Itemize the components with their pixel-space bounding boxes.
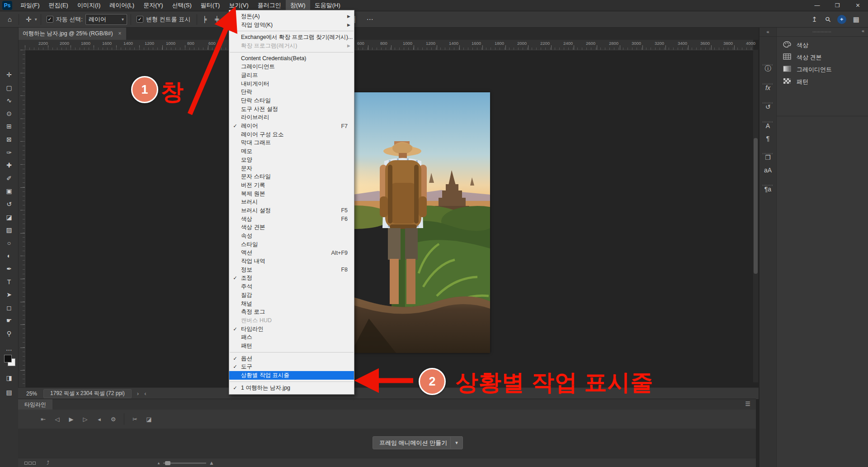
menu-item-패스[interactable]: 패스 <box>229 333 354 342</box>
menubar-item-레이어(L)[interactable]: 레이어(L) <box>105 0 139 11</box>
menu-item-Exchange에서 확장 프로그램 찾기(레거시)...[interactable]: Exchange에서 확장 프로그램 찾기(레거시)... <box>229 33 354 42</box>
strip-collapse-icon[interactable]: « <box>760 27 776 37</box>
more-tools-icon[interactable]: ⋯ <box>0 344 18 356</box>
next-frame-icon[interactable]: ▷ <box>78 416 92 423</box>
vertical-scrollbar-thumb[interactable] <box>754 138 758 274</box>
home-icon[interactable]: ⌂ <box>5 15 15 23</box>
crop-tool[interactable]: ⊞ <box>0 120 18 132</box>
menubar-item-파일(F)[interactable]: 파일(F) <box>16 0 44 11</box>
paragraph-panel-icon[interactable]: ¶ <box>760 133 776 144</box>
menu-item-내비게이터[interactable]: 내비게이터 <box>229 80 354 88</box>
timeline-zoom-in-icon[interactable]: ▲ <box>209 460 214 466</box>
hand-tool[interactable]: ☛ <box>0 315 18 326</box>
character-styles-panel-icon[interactable]: aA <box>760 165 776 176</box>
document-tab[interactable]: 여행하는 남자.jpg @ 25% (RGB/8#) × <box>18 27 126 40</box>
menu-item-색상[interactable]: 색상F6 <box>229 215 354 224</box>
menu-item-정보[interactable]: 정보F8 <box>229 266 354 274</box>
zoom-tool[interactable]: ⚲ <box>0 328 18 339</box>
close-button[interactable]: ✕ <box>848 0 868 11</box>
panel-collapse-icon[interactable]: « <box>862 28 864 33</box>
search-icon[interactable]: ⚲ <box>821 12 835 27</box>
menu-item-모양[interactable]: 모양 <box>229 156 354 164</box>
marquee-tool[interactable]: ▢ <box>0 82 18 94</box>
healing-brush-tool[interactable]: ✚ <box>0 159 18 171</box>
menu-item-질감[interactable]: 질감 <box>229 291 354 300</box>
menu-item-막대 그래프[interactable]: 막대 그래프 <box>229 139 354 148</box>
foreground-color-swatch[interactable] <box>4 355 12 362</box>
timeline-zoom-out-icon[interactable]: ▲ <box>157 461 160 465</box>
menu-item-문자 스타일[interactable]: 문자 스타일 <box>229 172 354 181</box>
menu-item-작업 영역(K)[interactable]: 작업 영역(K)▶ <box>229 21 354 29</box>
menu-item-단락 스타일[interactable]: 단락 스타일 <box>229 96 354 105</box>
menubar-item-도움말(H)[interactable]: 도움말(H) <box>310 0 345 11</box>
gradients-panel[interactable]: 그레이디언트 <box>777 63 868 76</box>
menu-item-작업 내역[interactable]: 작업 내역 <box>229 257 354 266</box>
menu-item-라이브러리[interactable]: 라이브러리 <box>229 114 354 122</box>
move-tool-chevron[interactable]: ▾ <box>35 17 37 22</box>
menu-item-도구 사전 설정[interactable]: 도구 사전 설정 <box>229 105 354 114</box>
menubar-item-창(W)[interactable]: 창(W) <box>286 0 310 11</box>
color-panel[interactable]: 색상 <box>777 39 868 51</box>
minimize-button[interactable]: — <box>807 0 827 11</box>
menubar-item-편집(E)[interactable]: 편집(E) <box>44 0 73 11</box>
audio-icon[interactable]: ◂ <box>92 416 106 423</box>
zoom-level[interactable]: 25% <box>26 391 37 397</box>
character-panel-icon[interactable]: A <box>760 120 776 131</box>
menu-item-그레이디언트[interactable]: 그레이디언트 <box>229 62 354 71</box>
frame-tool[interactable]: ⊠ <box>0 133 18 145</box>
menu-item-Content Credentials(Beta)[interactable]: Content Credentials(Beta) <box>229 54 354 63</box>
menu-item-레이어[interactable]: ✓레이어F7 <box>229 122 354 130</box>
menu-item-주석[interactable]: 주석 <box>229 282 354 291</box>
menu-item-1 여행하는 남자.jpg[interactable]: ✓1 여행하는 남자.jpg <box>229 384 354 392</box>
paragraph-styles-panel-icon[interactable]: ¶a <box>760 184 776 195</box>
more-options-icon[interactable]: ⋯ <box>363 15 376 24</box>
menu-item-조정[interactable]: ✓조정 <box>229 274 354 283</box>
discover-icon[interactable]: ✦ <box>837 15 846 24</box>
quick-mask-icon[interactable]: ◨ <box>0 372 18 384</box>
first-frame-icon[interactable]: ⇤ <box>36 416 50 423</box>
menu-item-패턴[interactable]: 패턴 <box>229 342 354 350</box>
blur-tool[interactable]: ○ <box>0 237 18 249</box>
menu-item-버전 기록[interactable]: 버전 기록 <box>229 181 354 190</box>
info-panel-icon[interactable]: ⓘ <box>760 63 776 74</box>
share-icon[interactable]: ↥ <box>807 15 821 24</box>
menu-item-문자[interactable]: 문자 <box>229 164 354 173</box>
menu-item-액션[interactable]: 액션Alt+F9 <box>229 249 354 257</box>
menu-item-옵션[interactable]: ✓옵션 <box>229 354 354 363</box>
pen-tool[interactable]: ✒ <box>0 263 18 275</box>
frames-icon[interactable] <box>24 462 37 465</box>
clone-stamp-tool[interactable]: ▣ <box>0 185 18 197</box>
type-tool[interactable]: T <box>0 276 18 288</box>
vertical-scrollbar[interactable] <box>753 50 758 382</box>
menubar-item-선택(S)[interactable]: 선택(S) <box>167 0 196 11</box>
align-left-icon[interactable]: ╞ <box>203 16 207 23</box>
patterns-panel[interactable]: 패턴 <box>777 76 868 88</box>
create-animation-chevron[interactable]: ▾ <box>450 436 463 449</box>
menu-item-상황별 작업 표시줄[interactable]: 상황별 작업 표시줄 <box>229 371 354 380</box>
workspace-icon[interactable]: ▦ <box>849 15 863 24</box>
menu-item-스타일[interactable]: 스타일 <box>229 240 354 249</box>
menubar-item-필터(T)[interactable]: 필터(T) <box>196 0 225 11</box>
create-frame-animation-button[interactable]: 프레임 애니메이션 만들기 <box>373 436 454 449</box>
path-selection-tool[interactable]: ➤ <box>0 289 18 300</box>
split-clip-icon[interactable]: ✂ <box>128 416 142 423</box>
screen-mode-icon[interactable]: ▤ <box>0 386 18 398</box>
status-chevron-right-icon[interactable]: › <box>137 390 139 397</box>
menu-item-채널[interactable]: 채널 <box>229 300 354 308</box>
dodge-tool[interactable]: ◐ <box>0 250 18 262</box>
settings-icon[interactable]: ⚙ <box>106 416 120 423</box>
timeline-tab[interactable]: 타임라인 <box>18 399 52 410</box>
menu-item-단락[interactable]: 단락 <box>229 88 354 97</box>
quick-selection-tool[interactable]: ⊙ <box>0 108 18 119</box>
menu-item-브러시[interactable]: 브러시 <box>229 198 354 206</box>
play-icon[interactable]: ▶ <box>64 416 78 423</box>
menu-item-복제 원본[interactable]: 복제 원본 <box>229 190 354 198</box>
menu-item-레이어 구성 요소[interactable]: 레이어 구성 요소 <box>229 130 354 139</box>
transition-icon[interactable]: ◪ <box>142 416 156 423</box>
menu-item-정돈(A)[interactable]: 정돈(A)▶ <box>229 12 354 21</box>
gradient-tool[interactable]: ▨ <box>0 224 18 236</box>
maximize-button[interactable]: ❒ <box>827 0 848 11</box>
history-panel-icon[interactable]: ↺ <box>760 101 776 112</box>
status-chevron-left-icon[interactable]: ‹ <box>144 390 146 397</box>
flatten-frames-icon[interactable]: ⤴ <box>47 460 49 466</box>
